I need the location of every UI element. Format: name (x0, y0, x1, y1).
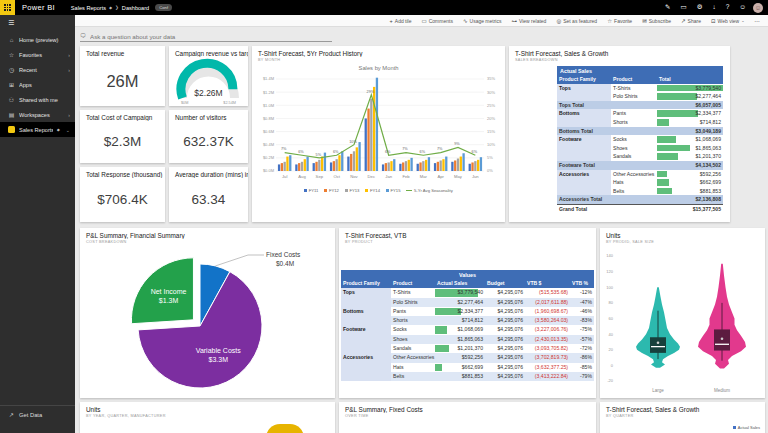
svg-text:Mar: Mar (420, 174, 428, 179)
tile-vtb-table[interactable]: T-Shirt Forecast, VTB BY PRODUCT ValuesP… (339, 228, 596, 398)
get-data-label: Get Data (19, 412, 42, 418)
legend-item: FY15 (386, 188, 401, 193)
breadcrumb-workspace[interactable]: Sales Reports (71, 5, 106, 11)
tile-pnl-summary-pie[interactable]: P&L Summary, Financial Summary COST BREA… (80, 228, 335, 398)
qna-input[interactable] (90, 33, 315, 40)
help-icon[interactable]: ? (726, 4, 730, 11)
tile-sales-growth-by-quarter[interactable]: T-Shirt Forecast, Sales & Growth BY QUAR… (600, 402, 765, 433)
svg-text:$1.3M: $1.3M (159, 297, 179, 304)
breadcrumb-page[interactable]: Dashboard (122, 5, 149, 11)
legend-item: FY11 (304, 188, 318, 193)
comments-icon[interactable]: ▭ (681, 4, 687, 11)
tile-subtitle: SALES BREAKDOWN (509, 57, 730, 62)
toolbar-share[interactable]: ↗Share (681, 18, 701, 24)
toolbar-subscribe[interactable]: ✉Subscribe (642, 18, 671, 24)
tile-5yr-product-history[interactable]: T-Shirt Forecast, 5Yr Product History BY… (252, 46, 505, 222)
favorites-icon: ☆ (8, 51, 15, 58)
svg-text:Medium: Medium (714, 388, 730, 393)
svg-text:Nov: Nov (350, 174, 358, 179)
view-related-icon: ⊶ (511, 18, 517, 24)
svg-text:$0M: $0M (181, 101, 188, 105)
tile-subtitle: BY YEAR, QUARTER, MANUFACTURER (80, 413, 335, 418)
svg-text:$1.4M: $1.4M (263, 76, 274, 81)
chevron-icon: › (68, 112, 70, 118)
legend-item: FY13 (345, 188, 360, 193)
more-options-icon: ⋯ (755, 18, 761, 24)
header-icons: ✎▭⚙↓?☺ (665, 4, 746, 11)
tile-units-by-year[interactable]: Units BY YEAR, QUARTER, MANUFACTURER (80, 402, 335, 433)
qna-bar[interactable]: 🗨 (80, 31, 332, 42)
favorite-icon: ☆ (607, 18, 612, 24)
tile-campaign-gauge[interactable]: Campaign revenue vs target $2.26M$0M$2.5… (169, 46, 248, 106)
kpi-value: 26M (80, 58, 165, 104)
toolbar-add-tile[interactable]: +Add tile (390, 18, 412, 24)
table-row: AccessoriesOther Accessories$592,256 (557, 170, 723, 179)
sidebar-item-shared-with-me[interactable]: ⚇Shared with me (0, 92, 75, 107)
toolbar-web-view[interactable]: ⊡Web view⌄ (711, 18, 745, 24)
usage-metrics-icon: ∿ (463, 18, 468, 24)
settings-gear-icon[interactable]: ⚙ (697, 4, 703, 11)
svg-text:Jul: Jul (282, 174, 287, 179)
tile-total-revenue[interactable]: Total revenue 26M (80, 46, 165, 106)
tile-title: P&L Summary, Fixed Costs (339, 402, 596, 413)
sidebar-item-recent[interactable]: ◷Recent› (0, 62, 75, 77)
get-data-button[interactable]: ↗ Get Data (0, 405, 75, 423)
kpi-value: 63.34 (169, 179, 248, 220)
sidebar-item-sales-reports[interactable]: Sales Reports◆⌄ (0, 122, 75, 137)
classification-badge: Conf (155, 4, 172, 11)
tile-total-cost[interactable]: Total Cost of Campaign $2.3M (80, 110, 165, 163)
svg-text:30%: 30% (487, 90, 495, 95)
toolbar-favorite[interactable]: ☆Favorite (607, 18, 632, 24)
toolbar-set-as-featured[interactable]: ◎Set as featured (556, 18, 597, 24)
breadcrumb: Sales Reports ◆ ❯ Dashboard Conf (71, 4, 172, 11)
toolbar-usage-metrics[interactable]: ∿Usage metrics (463, 18, 502, 24)
edit-icon[interactable]: ✎ (665, 4, 670, 11)
tile-total-response[interactable]: Total Response (thousand) $706.4K (80, 167, 165, 222)
legend-swatch (733, 426, 736, 429)
table-row: Grand Total$15,377,505 (557, 204, 723, 214)
table-row: Footware Total$4,134,502 (557, 161, 723, 170)
svg-text:Large: Large (652, 388, 664, 393)
speech-bubble-icon: 🗨 (80, 33, 86, 39)
toolbar-more-options[interactable]: ⋯ (755, 18, 761, 24)
tile-title: Average duration (mins) in s... (169, 167, 248, 178)
svg-text:60: 60 (609, 316, 614, 321)
svg-text:May: May (454, 174, 463, 179)
campaign-gauge-chart: $2.26M$0M$2.54M (171, 58, 246, 104)
svg-text:140: 140 (606, 253, 613, 258)
tile-number-of-visitors[interactable]: Number of visitors 632.37K (169, 110, 248, 163)
svg-text:5%: 5% (316, 153, 322, 157)
feedback-smiley-icon[interactable]: ☺ (739, 4, 746, 11)
svg-text:7%: 7% (402, 147, 408, 151)
hamburger-icon[interactable]: ☰ (0, 15, 75, 32)
tile-title: T-Shirt Forecast, 5Yr Product History (252, 46, 505, 57)
svg-text:Jan: Jan (385, 174, 392, 179)
legend-label: Actual Sales (738, 425, 760, 430)
table-header: Product FamilyProductActual SalesBudgetV… (341, 279, 594, 288)
sidebar-item-workspaces[interactable]: ▤Workspaces› (0, 107, 75, 122)
workspaces-icon: ▤ (8, 111, 15, 118)
tile-average-duration[interactable]: Average duration (mins) in s... 63.34 (169, 167, 248, 222)
toolbar-view-related[interactable]: ⊶View related (511, 18, 546, 24)
tile-title: Units (600, 228, 765, 239)
avatar[interactable]: ☺ (753, 3, 763, 13)
sidebar-item-favorites[interactable]: ☆Favorites› (0, 47, 75, 62)
svg-text:6%: 6% (333, 150, 339, 154)
tile-pnl-fixed-costs[interactable]: P&L Summary, Fixed Costs OVER TIME (339, 402, 596, 433)
tile-sales-growth-table[interactable]: T-Shirt Forecast, Sales & Growth SALES B… (509, 46, 730, 222)
svg-text:120: 120 (606, 269, 613, 274)
download-icon[interactable]: ↓ (712, 4, 715, 11)
app-bar: Power BI Sales Reports ◆ ❯ Dashboard Con… (0, 0, 768, 15)
sidebar-item-apps[interactable]: ⊞Apps (0, 77, 75, 92)
tile-units-violin[interactable]: Units BY PRODID, SALE SIZE 1401201008060… (600, 228, 765, 398)
toolbar-comments[interactable]: ▭Comments (422, 18, 453, 24)
svg-text:Dec: Dec (368, 174, 375, 179)
shared-with-me-icon: ⚇ (8, 96, 15, 103)
svg-text:6%: 6% (298, 150, 304, 154)
sidebar-item-home[interactable]: ⌂Home (preview) (0, 32, 75, 47)
chart-legend: Actual Sales (733, 425, 760, 430)
power-bi-logo: Power BI (22, 3, 55, 12)
chevron-icon: › (68, 52, 70, 58)
chevron-icon: ⌄ (66, 127, 70, 133)
waffle-menu-icon[interactable] (0, 0, 15, 15)
